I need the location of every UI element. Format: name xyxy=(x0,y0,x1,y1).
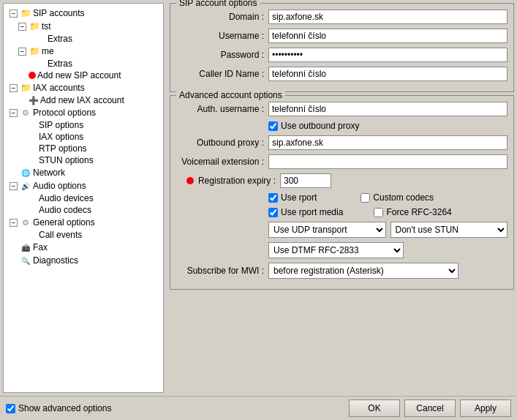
spacer2 xyxy=(29,121,37,130)
sidebar-item-call-events[interactable]: Call events xyxy=(4,229,163,241)
transport-stun-row: Use UDP transport Use TCP transport Use … xyxy=(176,222,507,238)
force-rfc3264-checkbox[interactable] xyxy=(374,208,383,217)
diagnostics-label: Diagnostics xyxy=(33,255,78,266)
sidebar-item-fax[interactable]: 📠 Fax xyxy=(4,241,163,254)
domain-input[interactable] xyxy=(268,10,507,24)
sidebar-item-diagnostics[interactable]: 🔍 Diagnostics xyxy=(4,254,163,267)
fax-label: Fax xyxy=(33,242,48,252)
password-input[interactable] xyxy=(268,48,507,62)
spacer2 xyxy=(29,195,37,203)
custom-codecs-checkbox[interactable] xyxy=(361,193,370,203)
spacer xyxy=(18,231,26,239)
sidebar-item-audio-options[interactable]: − 🔊 Audio options xyxy=(4,179,163,192)
spacer xyxy=(10,257,18,265)
reg-expiry-input[interactable] xyxy=(280,173,331,188)
sip-account-options-title: SIP account options xyxy=(176,0,260,8)
sidebar-item-general-options[interactable]: − ⚙ General options xyxy=(4,216,163,229)
tst-extras-label: Extras xyxy=(48,34,72,44)
audio-options-label: Audio options xyxy=(33,181,86,191)
spacer xyxy=(18,195,26,203)
subscribe-dropdown[interactable]: before registration (Asterisk) after reg… xyxy=(268,263,458,279)
outbound-proxy-row: Outbound proxy : xyxy=(176,135,507,150)
sidebar-item-add-new-iax[interactable]: ➕ Add new IAX account xyxy=(4,94,163,106)
sidebar-item-tst[interactable]: − 📁 tst xyxy=(4,20,163,33)
sidebar: − 📁 SIP accounts − 📁 tst Extras − 📁 me xyxy=(3,3,164,393)
use-rport-media-row: Use rport media xyxy=(268,207,343,217)
use-rport-media-checkbox[interactable] xyxy=(268,208,278,217)
show-advanced-checkbox[interactable] xyxy=(6,404,15,413)
call-events-label: Call events xyxy=(39,230,82,240)
spacer2 xyxy=(37,35,45,43)
use-outbound-proxy-checkbox[interactable] xyxy=(268,121,278,131)
username-input[interactable] xyxy=(268,29,507,43)
callerid-input[interactable] xyxy=(268,67,507,81)
ok-button[interactable]: OK xyxy=(349,400,400,417)
folder-icon: 📁 xyxy=(20,82,31,94)
voicemail-row: Voicemail extension : xyxy=(176,154,507,169)
collapse-tst-icon[interactable]: − xyxy=(18,23,26,31)
gear-icon: ⚙ xyxy=(20,107,31,119)
sidebar-item-me-extras[interactable]: Extras xyxy=(4,58,163,70)
sidebar-item-sip-accounts[interactable]: − 📁 SIP accounts xyxy=(4,7,163,20)
sidebar-item-network[interactable]: 🌐 Network xyxy=(4,166,163,179)
use-rport-label: Use rport xyxy=(281,192,317,203)
transport-dropdown[interactable]: Use UDP transport Use TCP transport Use … xyxy=(268,222,386,238)
sidebar-item-audio-devices[interactable]: Audio devices xyxy=(4,192,163,204)
stun-dropdown[interactable]: Don't use STUN Use STUN Use ICE xyxy=(390,222,508,238)
spacer2 xyxy=(29,206,37,214)
cancel-button[interactable]: Cancel xyxy=(404,400,456,417)
collapse-protocol-icon[interactable]: − xyxy=(10,109,18,117)
sidebar-item-protocol-options[interactable]: − ⚙ Protocol options xyxy=(4,106,163,119)
fax-icon: 📠 xyxy=(20,241,31,253)
rtp-options-label: RTP options xyxy=(39,143,87,154)
force-rfc3264-label: Force RFC-3264 xyxy=(386,207,451,217)
sidebar-item-audio-codecs[interactable]: Audio codecs xyxy=(4,204,163,216)
dtmf-dropdown[interactable]: Use DTMF RFC-2833 Use DTMF SIP INFO Use … xyxy=(268,242,404,258)
spacer xyxy=(18,121,26,130)
spacer2 xyxy=(29,145,37,153)
collapse-general-icon[interactable]: − xyxy=(10,219,18,227)
sidebar-item-me[interactable]: − 📁 me xyxy=(4,45,163,58)
sidebar-item-iax-options[interactable]: IAX options xyxy=(4,131,163,143)
collapse-iax-icon[interactable]: − xyxy=(10,84,18,92)
sidebar-item-stun-options[interactable]: STUN options xyxy=(4,154,163,166)
spacer2 xyxy=(29,133,37,141)
bottom-bar-left: Show advanced options xyxy=(6,403,343,413)
content-area: SIP account options Domain : Username : … xyxy=(167,0,517,396)
tst-label: tst xyxy=(42,21,51,31)
stun-options-label: STUN options xyxy=(39,155,94,165)
auth-username-label: Auth. username : xyxy=(176,104,264,114)
use-rport-checkbox[interactable] xyxy=(268,193,278,203)
bottom-bar: Show advanced options OK Cancel Apply xyxy=(0,396,517,420)
sidebar-item-sip-options[interactable]: SIP options xyxy=(4,119,163,131)
spacer2 xyxy=(29,231,37,239)
me-extras-label: Extras xyxy=(48,59,72,69)
iax-accounts-label: IAX accounts xyxy=(33,83,85,93)
spacer2 xyxy=(37,60,45,68)
collapse-audio-icon[interactable]: − xyxy=(10,182,18,190)
sidebar-item-iax-accounts[interactable]: − 📁 IAX accounts xyxy=(4,81,163,94)
sip-accounts-label: SIP accounts xyxy=(33,8,85,18)
collapse-me-icon[interactable]: − xyxy=(18,48,26,56)
me-label: me xyxy=(42,46,54,56)
sip-options-label: SIP options xyxy=(39,120,83,130)
collapse-sip-accounts-icon[interactable]: − xyxy=(10,10,18,18)
spacer xyxy=(18,206,26,214)
tree: − 📁 SIP accounts − 📁 tst Extras − 📁 me xyxy=(4,4,163,270)
sidebar-item-rtp-options[interactable]: RTP options xyxy=(4,143,163,154)
password-row: Password : xyxy=(176,48,507,62)
voicemail-input[interactable] xyxy=(268,154,507,169)
sidebar-item-add-new-sip[interactable]: Add new SIP account xyxy=(4,70,163,81)
registration-expiry-row: Registration expiry : xyxy=(176,173,507,188)
audio-icon: 🔊 xyxy=(20,180,31,192)
voicemail-label: Voicemail extension : xyxy=(176,157,264,167)
folder-icon: 📁 xyxy=(29,45,40,57)
outbound-proxy-input[interactable] xyxy=(268,135,507,150)
auth-username-input[interactable] xyxy=(268,102,507,116)
use-rport-row: Use rport xyxy=(268,192,317,203)
spacer xyxy=(18,72,26,80)
sidebar-item-tst-extras[interactable]: Extras xyxy=(4,33,163,45)
checkboxes-row2: Use rport media Force RFC-3264 xyxy=(176,207,507,217)
force-rfc3264-row: Force RFC-3264 xyxy=(374,207,451,217)
apply-button[interactable]: Apply xyxy=(460,400,511,417)
